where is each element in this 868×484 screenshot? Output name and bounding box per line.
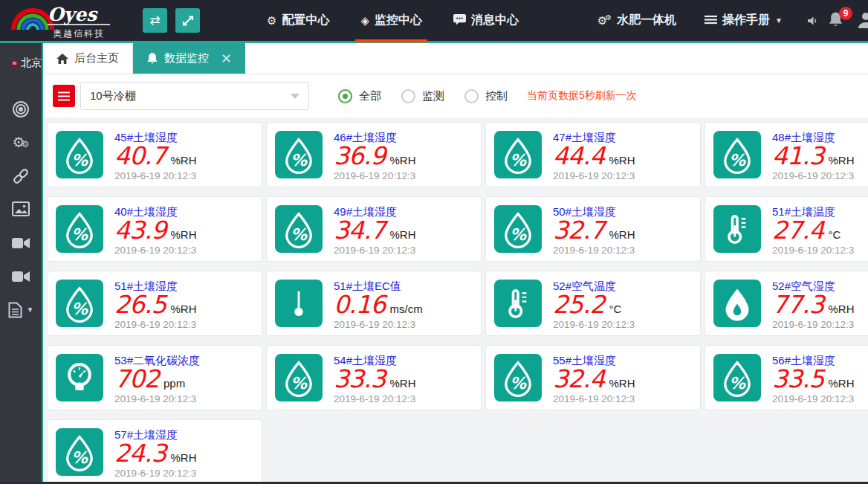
- sidebar-item-link[interactable]: [0, 159, 42, 193]
- sensor-card: 52#空气湿度 77.3 %RH 2019-6-19 20:12:3: [705, 271, 868, 336]
- sensor-value: 32.7: [553, 219, 604, 242]
- logo-subtext: 奥越信科技: [48, 28, 110, 40]
- sensor-unit: %RH: [828, 377, 854, 390]
- sidebar-item-documents[interactable]: ▼: [0, 293, 42, 326]
- radio-control[interactable]: 控制: [464, 89, 508, 103]
- tab-backend-home[interactable]: 后台主页: [43, 43, 133, 74]
- svg-text:%: %: [71, 448, 88, 467]
- svg-text:%: %: [729, 151, 746, 170]
- sensor-value: 27.4: [772, 219, 823, 242]
- sensor-timestamp: 2019-6-19 20:12:3: [114, 244, 197, 256]
- sensor-card: % 40#土壤湿度 43.9 %RH 2019-6-19 20:12:3: [47, 196, 262, 262]
- chat-bubble-icon: [453, 13, 466, 28]
- sidebar-item-images[interactable]: [0, 193, 42, 226]
- sidebar-item-settings[interactable]: ⚙⚙: [0, 126, 42, 159]
- menu-item-monitor-center[interactable]: ◈ 监控中心: [345, 0, 438, 42]
- sidebar-item-target[interactable]: [0, 92, 42, 126]
- expand-icon[interactable]: [175, 8, 200, 33]
- sensor-value: 34.7: [334, 219, 385, 242]
- sensor-unit: %RH: [389, 228, 415, 241]
- sensor-unit: °C: [609, 303, 621, 315]
- svg-text:%: %: [510, 151, 527, 170]
- bell-icon: [146, 52, 158, 65]
- svg-text:%: %: [510, 374, 527, 393]
- sensor-unit: ms/cm: [389, 303, 422, 315]
- sidebar-item-camera-1[interactable]: [0, 226, 42, 259]
- soil-moisture-icon: %: [713, 131, 761, 178]
- filter-bar: 10号冷棚 全部 监测 控制 当前页数据5秒刷新一次: [43, 74, 868, 117]
- manual-list-icon: [705, 14, 717, 27]
- sensor-card: % 54#土壤湿度 33.3 %RH 2019-6-19 20:12:3: [266, 345, 482, 410]
- sensor-unit: %RH: [609, 228, 635, 241]
- svg-text:%: %: [71, 225, 88, 244]
- sensor-timestamp: 2019-6-19 20:12:3: [334, 244, 416, 256]
- sensor-unit: %RH: [828, 154, 854, 167]
- svg-text:%: %: [291, 225, 308, 244]
- content-area: 后台主页 数据监控 ✕ 10号冷棚 全部: [43, 43, 868, 482]
- sensor-value: 41.3: [772, 144, 823, 168]
- svg-text:%: %: [729, 374, 746, 393]
- main-menu: ⚙ 配置中心 ◈ 监控中心 消息中心: [251, 0, 534, 42]
- soil-temperature-icon: [713, 205, 761, 253]
- sensor-grid: % 45#土壤湿度 40.7 %RH 2019-6-19 20:12:3 % 4…: [43, 117, 868, 482]
- menu-item-message-center[interactable]: 消息中心: [438, 0, 534, 42]
- sensor-card: % 49#土壤湿度 34.7 %RH 2019-6-19 20:12:3: [266, 196, 482, 262]
- soil-moisture-icon: %: [56, 205, 103, 253]
- speaker-icon[interactable]: [807, 16, 817, 26]
- menu-item-manual[interactable]: 操作手册 ▼: [690, 13, 797, 28]
- sensor-timestamp: 2019-6-19 20:12:3: [334, 393, 416, 405]
- sensor-timestamp: 2019-6-19 20:12:3: [334, 318, 423, 331]
- soil-ec-icon: [275, 280, 323, 327]
- sensor-unit: %RH: [170, 228, 196, 241]
- soil-moisture-icon: %: [494, 205, 542, 253]
- swap-arrows-icon[interactable]: ⇄: [143, 8, 167, 33]
- camera-icon: [12, 270, 30, 283]
- sensor-timestamp: 2019-6-19 20:12:3: [772, 170, 855, 182]
- sensor-card: % 51#土壤湿度 26.5 %RH 2019-6-19 20:12:3: [47, 271, 262, 336]
- radio-circle: [338, 89, 352, 103]
- radio-monitor[interactable]: 监测: [401, 89, 444, 103]
- svg-text:%: %: [71, 300, 88, 318]
- tab-data-monitor[interactable]: 数据监控 ✕: [133, 43, 245, 74]
- person-icon[interactable]: [857, 10, 868, 31]
- sensor-unit: %RH: [609, 154, 635, 167]
- sensor-card: % 47#土壤湿度 44.4 %RH 2019-6-19 20:12:3: [485, 122, 701, 187]
- sensor-unit: %RH: [389, 154, 415, 167]
- air-temperature-icon: [494, 280, 542, 327]
- sensor-value: 32.4: [553, 367, 604, 391]
- sensor-card: % 57#土壤湿度 24.3 %RH 2019-6-19 20:12:3: [47, 419, 262, 482]
- greenhouse-select[interactable]: 10号冷棚: [80, 82, 309, 110]
- radio-circle: [464, 89, 479, 103]
- sensor-card: 52#空气温度 25.2 °C 2019-6-19 20:12:3: [485, 271, 701, 336]
- gears-icon: ⚙⚙: [13, 134, 30, 151]
- device-list-button[interactable]: [53, 85, 75, 107]
- sensor-timestamp: 2019-6-19 20:12:3: [114, 318, 197, 331]
- radio-all[interactable]: 全部: [338, 89, 381, 103]
- menu-item-fertigation-machine[interactable]: ⚙⚙ 水肥一体机: [583, 13, 690, 28]
- notification-bell[interactable]: 9: [828, 11, 843, 30]
- home-icon: [56, 54, 68, 64]
- sensor-unit: %RH: [170, 154, 196, 167]
- sensor-card: % 45#土壤湿度 40.7 %RH 2019-6-19 20:12:3: [47, 122, 262, 187]
- chevron-down-icon: [291, 94, 299, 99]
- oyes-logo: Oyes 奥越信科技: [7, 1, 143, 40]
- sensor-timestamp: 2019-6-19 20:12:3: [114, 467, 197, 480]
- sensor-timestamp: 2019-6-19 20:12:3: [334, 170, 416, 182]
- sensor-value: 77.3: [772, 293, 823, 317]
- sensor-card: % 46#土壤湿度 36.9 %RH 2019-6-19 20:12:3: [266, 122, 482, 187]
- sensor-card: % 56#土壤湿度 33.5 %RH 2019-6-19 20:12:3: [705, 345, 868, 410]
- sensor-timestamp: 2019-6-19 20:12:3: [553, 170, 635, 182]
- chevron-down-icon: ▼: [775, 16, 783, 25]
- sensor-value: 36.9: [334, 144, 385, 168]
- sensor-unit: %RH: [609, 377, 635, 390]
- sensor-card: % 50#土壤湿度 32.7 %RH 2019-6-19 20:12:3: [485, 196, 701, 262]
- soil-moisture-icon: %: [713, 354, 761, 401]
- sensor-timestamp: 2019-6-19 20:12:3: [553, 244, 635, 256]
- document-icon: [8, 302, 22, 318]
- menu-item-config-center[interactable]: ⚙ 配置中心: [251, 0, 345, 42]
- sidebar-item-camera-2[interactable]: [0, 259, 42, 293]
- close-icon[interactable]: ✕: [221, 52, 232, 65]
- sensor-value: 43.9: [114, 219, 166, 242]
- sensor-timestamp: 2019-6-19 20:12:3: [553, 318, 635, 331]
- left-sidebar: 北京 ⚙⚙ ▼: [0, 43, 43, 482]
